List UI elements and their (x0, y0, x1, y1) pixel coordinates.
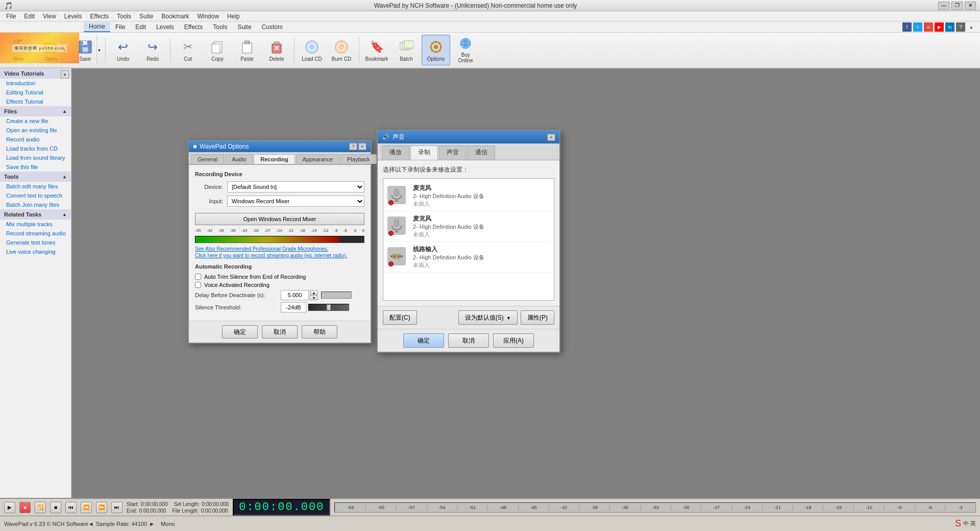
tab-recording[interactable]: Recording (254, 154, 295, 164)
menu-file[interactable]: File (2, 12, 20, 21)
menu-window[interactable]: Window (193, 12, 223, 21)
undo-button[interactable]: ↩ Undo (109, 35, 137, 65)
redo-button[interactable]: ↪ Redo (138, 35, 167, 65)
device-item-1[interactable]: 麦克风 2- High Definition Audio 设备 未插入 (385, 211, 552, 242)
open-mixer-button[interactable]: Open Windows Record Mixer (195, 213, 364, 225)
paste-button[interactable]: Paste (233, 35, 261, 65)
window-controls[interactable]: — ❐ ✕ (938, 2, 976, 10)
rewind-button[interactable]: ⏪ (81, 502, 92, 513)
sound-tab-playback[interactable]: 播放 (382, 146, 409, 160)
sound-cancel-button[interactable]: 取消 (448, 333, 489, 348)
device-select[interactable]: [Default Sound In] (227, 181, 364, 192)
tab-appearance[interactable]: Appearance (296, 154, 339, 164)
sidebar-item-voice-changing[interactable]: Live voice changing (0, 247, 71, 256)
burn-cd-button[interactable]: Burn CD (327, 35, 356, 65)
sidebar-item-create-file[interactable]: Create a new file (0, 116, 71, 126)
arrow-right[interactable]: ► (149, 521, 155, 527)
sidebar-item-streaming[interactable]: Record streaming audio (0, 229, 71, 238)
play-button[interactable]: ▶ (4, 502, 15, 513)
options-help-button[interactable]: ? (349, 143, 357, 150)
sidebar-item-editing-tutorial[interactable]: Editing Tutorial (0, 88, 71, 97)
social-arrow[interactable]: ▲ (967, 22, 976, 32)
sidebar-item-test-tones[interactable]: Generate test tones (0, 238, 71, 247)
close-button[interactable]: ✕ (965, 2, 976, 10)
skip-start-button[interactable]: ⏮ (65, 502, 77, 513)
social-twitter[interactable]: t (913, 22, 922, 32)
fast-forward-button[interactable]: ⏩ (96, 502, 107, 513)
sound-tab-recording[interactable]: 录制 (410, 146, 438, 160)
sidebar-item-batch-edit[interactable]: Batch edit many files (0, 182, 71, 191)
options-button[interactable]: Options (422, 35, 450, 65)
tab-playback[interactable]: Playback (340, 154, 377, 164)
sound-ok-button[interactable]: 确定 (403, 333, 444, 348)
menu-edit[interactable]: Edit (20, 12, 39, 21)
options-help-btn[interactable]: 帮助 (302, 325, 337, 339)
sound-apply-button[interactable]: 应用(A) (493, 333, 534, 348)
streaming-link[interactable]: Click here if you want to record streami… (195, 253, 364, 258)
record-button[interactable]: ● (19, 502, 31, 513)
options-ok-button[interactable]: 确定 (222, 325, 258, 339)
stop-button[interactable]: ■ (50, 502, 61, 513)
tab-tools[interactable]: Tools (208, 22, 232, 32)
delete-button[interactable]: Delete (262, 35, 291, 65)
loop-button[interactable]: 🔁 (35, 502, 46, 513)
silence-slider[interactable] (308, 304, 349, 311)
sound-set-default-button[interactable]: 设为默认值(S) ▼ (458, 310, 518, 325)
social-gplus[interactable]: G (924, 22, 933, 32)
tab-levels[interactable]: Levels (151, 22, 179, 32)
social-facebook[interactable]: f (902, 22, 912, 32)
sound-properties-button[interactable]: 属性(P) (521, 310, 554, 325)
social-help[interactable]: ? (956, 22, 965, 32)
bookmark-button[interactable]: 🔖 Bookmark (362, 35, 391, 65)
copy-button[interactable]: Copy (203, 35, 232, 65)
menu-help[interactable]: Help (223, 12, 244, 21)
sidebar-item-save-file[interactable]: Save this file (0, 162, 71, 172)
sound-close-button[interactable]: × (547, 134, 555, 141)
minimize-button[interactable]: — (938, 2, 949, 10)
menu-levels[interactable]: Levels (60, 12, 86, 21)
tab-effects[interactable]: Effects (179, 22, 208, 32)
tab-general[interactable]: General (191, 154, 224, 164)
delay-slider[interactable] (321, 292, 352, 299)
sidebar-item-open-file[interactable]: Open an existing file (0, 126, 71, 135)
sound-tab-comms[interactable]: 通信 (468, 146, 495, 160)
microphone-link[interactable]: See Also Recommended Professional Grade … (195, 246, 364, 252)
silence-input[interactable] (281, 302, 306, 312)
tab-suite[interactable]: Suite (232, 22, 256, 32)
sidebar-files-header[interactable]: Files ▲ (0, 106, 71, 116)
sidebar-item-load-tracks[interactable]: Load tracks from CD (0, 144, 71, 153)
delay-up-arrow[interactable]: ▲ (310, 290, 318, 295)
sidebar-item-sound-library[interactable]: Load from sound library (0, 153, 71, 162)
social-youtube[interactable]: ▶ (935, 22, 944, 32)
sidebar-related-tasks-header[interactable]: Related Tasks ▲ (0, 209, 71, 220)
device-item-2[interactable]: 线路输入 2- High Definition Audio 设备 未插入 (385, 242, 552, 273)
tab-home[interactable]: Home (84, 22, 110, 32)
options-close-button[interactable]: × (358, 143, 366, 150)
restore-button[interactable]: ❐ (951, 2, 963, 10)
delay-input[interactable] (281, 290, 309, 300)
tab-audio[interactable]: Audio (225, 154, 253, 164)
sidebar-item-batch-join[interactable]: Batch Join many files (0, 200, 71, 209)
menu-view[interactable]: View (39, 12, 60, 21)
sidebar-item-record-audio[interactable]: Record audio (0, 135, 71, 144)
buy-online-button[interactable]: Buy Online (451, 35, 480, 65)
device-item-0[interactable]: 麦克风 2- High Definition Audio 设备 未插入 (385, 181, 552, 211)
auto-trim-checkbox[interactable] (195, 274, 201, 280)
sound-configure-button[interactable]: 配置(C) (383, 310, 417, 325)
tab-file[interactable]: File (110, 22, 130, 32)
save-arrow[interactable]: ▼ (96, 35, 102, 65)
sound-tab-sounds[interactable]: 声音 (439, 146, 467, 160)
skip-end-button[interactable]: ⏭ (111, 502, 122, 513)
menu-bookmark[interactable]: Bookmark (157, 12, 193, 21)
tab-custom[interactable]: Custom (257, 22, 288, 32)
sidebar-item-tts[interactable]: Convert text to speech (0, 191, 71, 200)
sidebar-item-effects-tutorial[interactable]: Effects Tutorial (0, 97, 71, 106)
tab-edit[interactable]: Edit (130, 22, 151, 32)
sidebar-item-mix-tracks[interactable]: Mix multiple tracks (0, 220, 71, 229)
sidebar-item-introduction[interactable]: Introduction (0, 79, 71, 88)
menu-suite[interactable]: Suite (135, 12, 157, 21)
input-select[interactable]: Windows Record Mixer (227, 196, 364, 207)
cut-button[interactable]: ✂ Cut (174, 35, 202, 65)
sidebar-tools-header[interactable]: Tools ▲ (0, 172, 71, 182)
options-cancel-button[interactable]: 取消 (262, 325, 298, 339)
